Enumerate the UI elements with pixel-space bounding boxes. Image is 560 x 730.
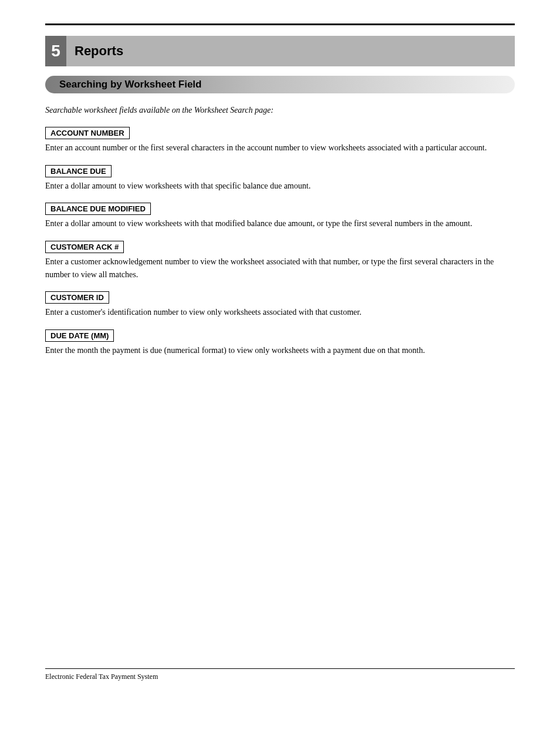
bottom-horizontal-rule [45,668,515,669]
field-block: BALANCE DUE MODIFIED Enter a dollar amou… [45,203,515,230]
field-label: CUSTOMER ID [45,291,109,304]
field-label: CUSTOMER ACK # [45,241,124,253]
field-description: Enter a customer's identification number… [45,306,515,319]
field-label: BALANCE DUE [45,165,112,177]
field-block: BALANCE DUE Enter a dollar amount to vie… [45,165,515,193]
field-label: DUE DATE (MM) [45,329,114,342]
section-heading: Searching by Worksheet Field [45,76,515,93]
page-footer: Electronic Federal Tax Payment System [45,672,515,681]
top-horizontal-rule [45,23,515,25]
field-block: ACCOUNT NUMBER Enter an account number o… [45,127,515,154]
field-label: ACCOUNT NUMBER [45,127,130,139]
field-block: DUE DATE (MM) Enter the month the paymen… [45,329,515,357]
chapter-number: 5 [45,36,66,66]
chapter-header: 5 Reports [45,36,515,66]
field-description: Enter the month the payment is due (nume… [45,344,515,357]
field-description: Enter a dollar amount to view worksheets… [45,217,515,230]
field-block: CUSTOMER ACK # Enter a customer acknowle… [45,241,515,281]
field-description: Enter an account number or the first sev… [45,142,515,154]
field-label: BALANCE DUE MODIFIED [45,203,151,215]
document-page: 5 Reports Searching by Worksheet Field S… [0,0,560,699]
section-intro: Searchable worksheet fields available on… [45,104,515,116]
chapter-title: Reports [66,36,515,66]
field-block: CUSTOMER ID Enter a customer's identific… [45,291,515,319]
field-description: Enter a dollar amount to view worksheets… [45,180,515,193]
field-description: Enter a customer acknowledgement number … [45,255,515,281]
